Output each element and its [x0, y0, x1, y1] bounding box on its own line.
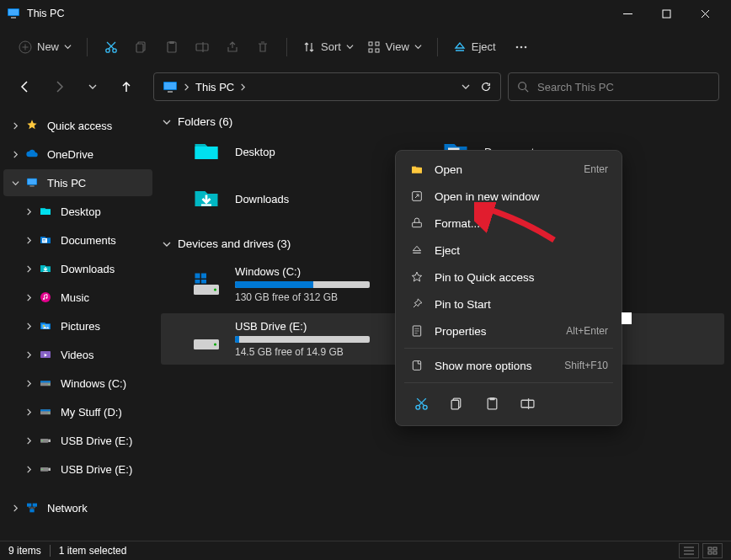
svg-rect-61: [29, 509, 34, 512]
chevron-icon[interactable]: [22, 408, 35, 416]
rename-button[interactable]: [512, 390, 542, 417]
svg-rect-73: [195, 280, 200, 284]
sort-button[interactable]: Sort: [296, 35, 360, 59]
sidebar-item-onedrive[interactable]: OneDrive: [3, 141, 152, 168]
chevron-icon[interactable]: [22, 208, 35, 216]
music-icon: [39, 291, 52, 304]
cut-button[interactable]: [406, 390, 436, 417]
os-disk-icon: [189, 269, 223, 300]
ctx-show-more-options[interactable]: Show more optionsShift+F10: [401, 352, 616, 379]
sidebar-item-windows-c-[interactable]: Windows (C:): [3, 370, 152, 397]
sidebar-item-quick-access[interactable]: Quick access: [3, 112, 152, 139]
videos-icon: [39, 348, 52, 361]
svg-point-11: [113, 48, 116, 51]
separator: [404, 382, 613, 383]
sidebar-item-documents[interactable]: Documents: [3, 227, 152, 253]
separator: [87, 38, 88, 56]
sort-icon: [302, 40, 316, 54]
svg-point-42: [43, 298, 45, 300]
folders-header-label: Folders (6): [178, 115, 232, 128]
folders-section-header[interactable]: Folders (6): [159, 112, 731, 136]
sidebar-item-usb-drive-e-[interactable]: USB Drive (E:): [3, 456, 152, 483]
folder-item-desktop[interactable]: Desktop: [189, 136, 417, 167]
recent-button[interactable]: [79, 73, 106, 100]
copy-button[interactable]: [441, 390, 472, 417]
chevron-icon[interactable]: [8, 179, 22, 187]
chevron-icon[interactable]: [22, 265, 35, 273]
ctx-pin-to-start[interactable]: Pin to Start: [401, 291, 616, 317]
eject-button[interactable]: Eject: [446, 35, 503, 59]
chevron-icon[interactable]: [22, 466, 35, 473]
sidebar-item-music[interactable]: Music: [3, 284, 152, 311]
copy-button[interactable]: [126, 35, 157, 59]
svg-point-25: [515, 45, 518, 48]
usb-large-icon: [189, 324, 223, 355]
forward-button[interactable]: [45, 73, 72, 100]
share-icon: [226, 40, 239, 54]
chevron-icon[interactable]: [8, 504, 22, 512]
details-view-button[interactable]: [679, 543, 699, 558]
svg-rect-57: [48, 468, 51, 471]
ctx-properties[interactable]: PropertiesAlt+Enter: [401, 317, 616, 344]
sidebar-item-network[interactable]: Network: [3, 494, 152, 521]
ctx-format-[interactable]: Format...: [401, 210, 616, 237]
window-controls: [608, 0, 724, 27]
share-button[interactable]: [217, 35, 248, 59]
chevron-icon[interactable]: [22, 437, 35, 445]
more-button[interactable]: [506, 35, 536, 59]
close-button[interactable]: [686, 0, 724, 27]
chevron-icon[interactable]: [8, 122, 22, 130]
svg-point-49: [48, 384, 49, 385]
new-button[interactable]: New: [12, 35, 78, 59]
chevron-down-icon[interactable]: [462, 83, 470, 91]
sidebar-item-label: USB Drive (E:): [61, 463, 132, 476]
tiles-view-button[interactable]: [702, 543, 723, 558]
svg-rect-38: [43, 239, 45, 240]
refresh-icon[interactable]: [480, 81, 492, 93]
svg-rect-84: [413, 361, 420, 371]
folder-label: Desktop: [235, 146, 275, 158]
ctx-open[interactable]: OpenEnter: [401, 156, 616, 183]
paste-button[interactable]: [477, 390, 507, 417]
sidebar-item-usb-drive-e-[interactable]: USB Drive (E:): [3, 427, 152, 454]
drive-usage-bar: [235, 281, 370, 288]
folder-item-downloads[interactable]: Downloads: [189, 184, 417, 214]
address-bar[interactable]: This PC: [153, 72, 501, 101]
ctx-open-in-new-window[interactable]: Open in new window: [401, 183, 616, 210]
sidebar-item-videos[interactable]: Videos: [3, 341, 152, 368]
maximize-button[interactable]: [647, 0, 686, 27]
up-button[interactable]: [113, 73, 140, 100]
svg-rect-101: [713, 552, 717, 554]
sidebar-item-my-stuff-d-[interactable]: My Stuff (D:): [3, 398, 152, 425]
pc-icon: [163, 81, 178, 93]
chevron-icon[interactable]: [22, 237, 35, 244]
sidebar-item-pictures[interactable]: Pictures: [3, 312, 152, 339]
rename-icon: [195, 40, 209, 54]
minimize-button[interactable]: [608, 0, 647, 27]
sidebar-item-downloads[interactable]: Downloads: [3, 255, 152, 282]
chevron-icon[interactable]: [22, 323, 35, 330]
search-input[interactable]: Search This PC: [508, 72, 719, 101]
delete-button[interactable]: [248, 35, 278, 59]
chevron-icon[interactable]: [22, 294, 35, 301]
chevron-icon[interactable]: [22, 351, 35, 359]
chevron-icon[interactable]: [22, 380, 35, 387]
view-button[interactable]: View: [360, 35, 429, 59]
rename-button[interactable]: [187, 35, 217, 59]
svg-rect-72: [201, 273, 206, 278]
svg-rect-93: [521, 400, 534, 408]
chevron-icon[interactable]: [8, 151, 22, 158]
ctx-eject[interactable]: Eject: [401, 237, 616, 264]
breadcrumb-segment[interactable]: This PC: [190, 77, 252, 97]
svg-rect-35: [29, 185, 34, 186]
paste-button[interactable]: [157, 35, 187, 59]
cut-button[interactable]: [96, 35, 126, 59]
eject-label: Eject: [472, 40, 496, 53]
documents-icon: [39, 233, 52, 247]
trash-icon: [256, 40, 269, 54]
back-button[interactable]: [12, 73, 39, 100]
sidebar-item-desktop[interactable]: Desktop: [3, 198, 152, 225]
sidebar-item-this-pc[interactable]: This PC: [3, 169, 152, 196]
sidebar-item-label: My Stuff (D:): [61, 406, 122, 419]
ctx-pin-to-quick-access[interactable]: Pin to Quick access: [401, 264, 616, 291]
